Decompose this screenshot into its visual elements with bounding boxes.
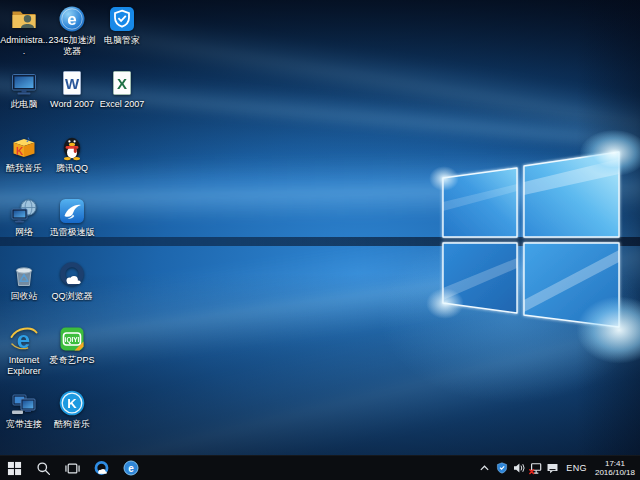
icon-label: Excel 2007 (98, 99, 146, 110)
desktop-icon-iqiyi[interactable]: iQIYI 爱奇艺PPS (48, 325, 96, 366)
desktop-icon-excel-2007[interactable]: X Excel 2007 (98, 69, 146, 110)
network-disconnected-icon (529, 462, 542, 475)
tray-security-shield[interactable] (493, 456, 510, 480)
two-computers-icon (10, 389, 38, 417)
desktop-icon-internet-explorer[interactable]: e Internet Explorer (0, 325, 48, 376)
icon-label: 回收站 (0, 291, 48, 302)
icon-label: 此电脑 (0, 99, 48, 110)
tray-network[interactable] (527, 456, 544, 480)
action-center-icon (546, 462, 559, 475)
shield-icon (496, 462, 508, 474)
icon-label: QQ浏览器 (48, 291, 96, 302)
monitor-icon (10, 69, 38, 97)
start-button[interactable] (0, 456, 29, 480)
svg-text:e: e (128, 463, 134, 474)
desktop-icon-pc-manager[interactable]: 电脑管家 (98, 5, 146, 46)
desktop-icon-kugou[interactable]: K 酷狗音乐 (48, 389, 96, 430)
recycle-bin-icon (10, 261, 38, 289)
wallpaper-beam (0, 0, 640, 142)
chevron-up-icon (479, 463, 490, 474)
icon-label: 电脑管家 (98, 35, 146, 46)
windows-logo (430, 140, 640, 345)
taskbar-left: e (0, 456, 145, 480)
k-circle-icon: K (58, 389, 86, 417)
svg-text:K: K (16, 146, 24, 157)
desktop-icon-qq-browser[interactable]: QQ浏览器 (48, 261, 96, 302)
desktop-icon-administrator[interactable]: Administra... (0, 5, 48, 56)
bird-icon (58, 197, 86, 225)
desktop-icon-this-pc[interactable]: 此电脑 (0, 69, 48, 110)
task-view-icon (65, 461, 80, 476)
icon-label: 2345加速浏览器 (48, 35, 96, 56)
icon-label: 爱奇艺PPS (48, 355, 96, 366)
tray-chevron-up[interactable] (476, 456, 493, 480)
icon-label: 宽带连接 (0, 419, 48, 430)
icon-label: 网络 (0, 227, 48, 238)
desktop: Administra... e 2345加速浏览器 电脑管家 (0, 0, 640, 455)
taskbar-qq-browser-button[interactable] (87, 456, 116, 480)
desktop-icon-xunlei[interactable]: 迅雷极速版 (48, 197, 96, 238)
penguin-icon (58, 133, 86, 161)
e-sphere-icon: e (123, 460, 139, 476)
language-indicator[interactable]: ENG (561, 463, 592, 473)
clock-date: 2016/10/18 (595, 468, 635, 478)
word-document-icon: W (58, 69, 86, 97)
iqiyi-icon: iQIYI (58, 325, 86, 353)
svg-text:iQIYI: iQIYI (65, 336, 80, 344)
icon-label: Internet Explorer (0, 355, 48, 376)
search-button[interactable] (29, 456, 58, 480)
search-icon (36, 461, 51, 476)
ie-icon: e (10, 325, 38, 353)
q-cloud-icon (93, 460, 110, 477)
clock-time: 17:41 (595, 459, 635, 469)
icon-label: Word 2007 (48, 99, 96, 110)
svg-text:W: W (65, 75, 80, 92)
speaker-icon (513, 462, 525, 474)
user-folder-icon (10, 5, 38, 33)
2345-browser-icon: e (58, 5, 86, 33)
taskbar: e (0, 455, 640, 480)
task-view-button[interactable] (58, 456, 87, 480)
icon-label: Administra... (0, 35, 48, 56)
taskbar-2345-browser-button[interactable]: e (116, 456, 145, 480)
desktop-icon-2345-browser[interactable]: e 2345加速浏览器 (48, 5, 96, 56)
shield-check-icon (108, 5, 136, 33)
svg-text:♪: ♪ (26, 134, 31, 144)
svg-text:e: e (67, 10, 76, 29)
tray-clock[interactable]: 17:41 2016/10/18 (592, 459, 640, 478)
desktop-icon-tencent-qq[interactable]: 腾讯QQ (48, 133, 96, 174)
desktop-icon-kuwo-music[interactable]: K ♪ 酷我音乐 (0, 133, 48, 174)
svg-text:K: K (67, 396, 77, 411)
icon-label: 酷狗音乐 (48, 419, 96, 430)
icon-label: 迅雷极速版 (48, 227, 96, 238)
tray-action-center[interactable] (544, 456, 561, 480)
svg-text:X: X (117, 75, 127, 92)
tray-volume[interactable] (510, 456, 527, 480)
desktop-icon-recycle-bin[interactable]: 回收站 (0, 261, 48, 302)
icon-label: 腾讯QQ (48, 163, 96, 174)
music-box-icon: K ♪ (10, 133, 38, 161)
icon-label: 酷我音乐 (0, 163, 48, 174)
excel-document-icon: X (108, 69, 136, 97)
desktop-icon-broadband[interactable]: 宽带连接 (0, 389, 48, 430)
desktop-icon-word-2007[interactable]: W Word 2007 (48, 69, 96, 110)
desktop-icon-network[interactable]: 网络 (0, 197, 48, 238)
windows-start-icon (7, 461, 22, 476)
globe-monitor-icon (10, 197, 38, 225)
q-cloud-icon (58, 261, 86, 289)
system-tray: ENG 17:41 2016/10/18 (476, 456, 640, 480)
